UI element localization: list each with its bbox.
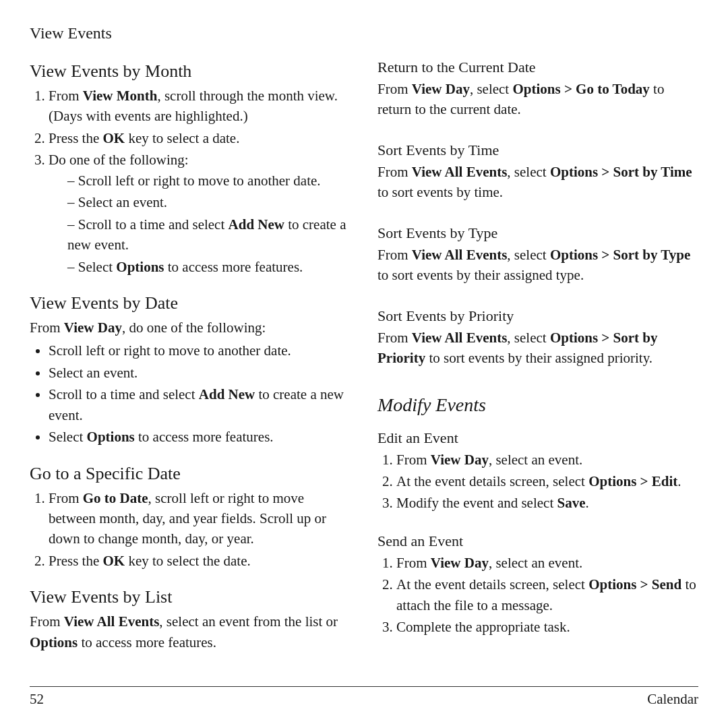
view-by-month-list: From View Month, scroll through the mont… xyxy=(49,86,351,277)
section-sort-by-priority: Sort Events by Priority From View All Ev… xyxy=(377,298,698,371)
section-view-by-list: View Events by List From View All Events… xyxy=(30,575,351,655)
page: View Events View Events by Month From Vi… xyxy=(0,0,728,728)
page-number: 52 xyxy=(30,691,44,708)
section-title-view-by-list: View Events by List xyxy=(30,587,351,607)
list-item: From Go to Date, scroll left or right to… xyxy=(49,488,351,549)
section-sort-by-time: Sort Events by Time From View All Events… xyxy=(377,132,698,206)
section-paragraph: From View All Events, select Options > S… xyxy=(377,328,698,369)
section-intro: From View Day, do one of the following: xyxy=(30,317,351,338)
section-view-by-month: View Events by Month From View Month, sc… xyxy=(30,49,351,281)
page-footer: 52 Calendar xyxy=(30,686,698,708)
section-title-go-to-date: Go to a Specific Date xyxy=(30,464,351,484)
list-item: Select Options to access more features. xyxy=(49,427,351,447)
list-item: Modify the event and select Save. xyxy=(396,493,698,513)
right-column: Return to the Current Date From View Day… xyxy=(377,49,698,681)
section-title-view-by-date: View Events by Date xyxy=(30,293,351,313)
view-by-date-list: Scroll left or right to move to another … xyxy=(49,340,351,447)
list-item: From View Month, scroll through the mont… xyxy=(49,86,351,127)
section-edit-event: Edit an Event From View Day, select an e… xyxy=(377,420,698,518)
list-item: At the event details screen, select Opti… xyxy=(396,574,698,615)
section-title-sort-time: Sort Events by Time xyxy=(377,142,698,159)
list-item: Scroll to a time and select Add New to c… xyxy=(67,214,351,255)
section-paragraph: From View All Events, select Options > S… xyxy=(377,162,698,203)
section-title-return: Return to the Current Date xyxy=(377,59,698,76)
list-item: Select an event. xyxy=(67,192,351,212)
section-send-event: Send an Event From View Day, select an e… xyxy=(377,523,698,642)
section-title-sort-priority: Sort Events by Priority xyxy=(377,307,698,325)
list-item: Scroll to a time and select Add New to c… xyxy=(49,384,351,425)
content-area: View Events by Month From View Month, sc… xyxy=(30,49,698,681)
list-item: Press the OK key to select a date. xyxy=(49,128,351,148)
send-event-list: From View Day, select an event. At the e… xyxy=(396,553,698,638)
list-item: Complete the appropriate task. xyxy=(396,617,698,637)
list-item: Scroll left or right to move to another … xyxy=(67,171,351,191)
section-title-view-by-month: View Events by Month xyxy=(30,61,351,82)
section-paragraph: From View All Events, select an event fr… xyxy=(30,611,351,653)
sub-list: Scroll left or right to move to another … xyxy=(67,171,351,277)
list-item: Press the OK key to select the date. xyxy=(49,551,351,571)
edit-event-list: From View Day, select an event. At the e… xyxy=(396,450,698,514)
section-modify-events: Modify Events xyxy=(377,382,698,420)
chapter-name: Calendar xyxy=(647,691,698,708)
list-item: From View Day, select an event. xyxy=(396,450,698,470)
section-title-sort-type: Sort Events by Type xyxy=(377,224,698,242)
list-item: At the event details screen, select Opti… xyxy=(396,471,698,491)
list-item: Select Options to access more features. xyxy=(67,257,351,277)
page-header: View Events xyxy=(30,24,698,42)
section-title-send: Send an Event xyxy=(377,533,698,550)
list-item: Select an event. xyxy=(49,363,351,383)
list-item: From View Day, select an event. xyxy=(396,553,698,573)
section-sort-by-type: Sort Events by Type From View All Events… xyxy=(377,215,698,289)
list-item: Scroll left or right to move to another … xyxy=(49,340,351,361)
section-paragraph: From View All Events, select Options > S… xyxy=(377,245,698,286)
go-to-date-list: From Go to Date, scroll left or right to… xyxy=(49,488,351,572)
section-return-to-date: Return to the Current Date From View Day… xyxy=(377,49,698,123)
section-go-to-date: Go to a Specific Date From Go to Date, s… xyxy=(30,452,351,576)
section-title-modify: Modify Events xyxy=(377,394,698,416)
left-column: View Events by Month From View Month, sc… xyxy=(30,49,351,681)
section-title-edit: Edit an Event xyxy=(377,429,698,447)
section-paragraph: From View Day, select Options > Go to To… xyxy=(377,79,698,120)
section-view-by-date: View Events by Date From View Day, do on… xyxy=(30,281,351,452)
list-item: Do one of the following: Scroll left or … xyxy=(49,150,351,277)
